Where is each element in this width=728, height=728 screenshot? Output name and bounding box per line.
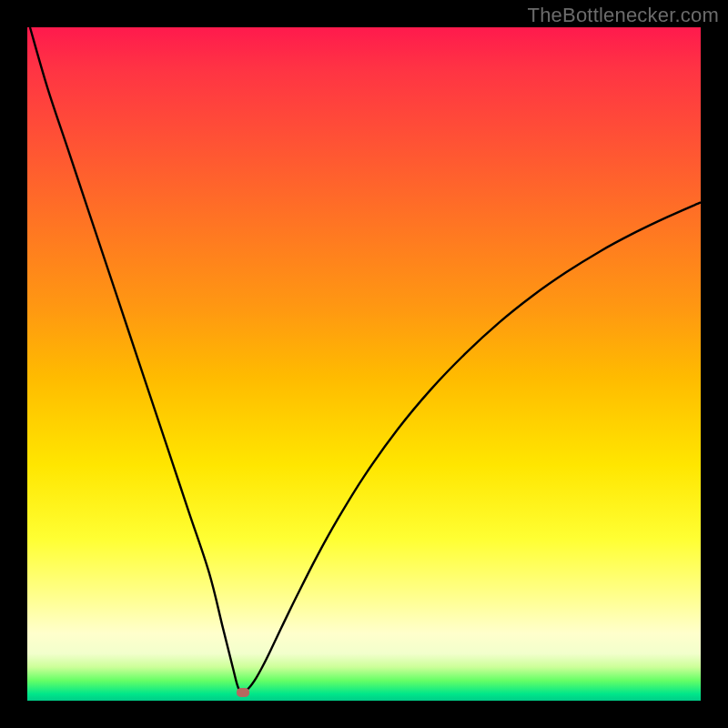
- chart-frame: TheBottlenecker.com: [0, 0, 728, 728]
- plot-area: [27, 27, 701, 701]
- bottleneck-curve: [27, 27, 701, 701]
- watermark-text: TheBottlenecker.com: [528, 4, 719, 27]
- curve-path: [30, 27, 701, 693]
- optimal-marker: [237, 688, 249, 697]
